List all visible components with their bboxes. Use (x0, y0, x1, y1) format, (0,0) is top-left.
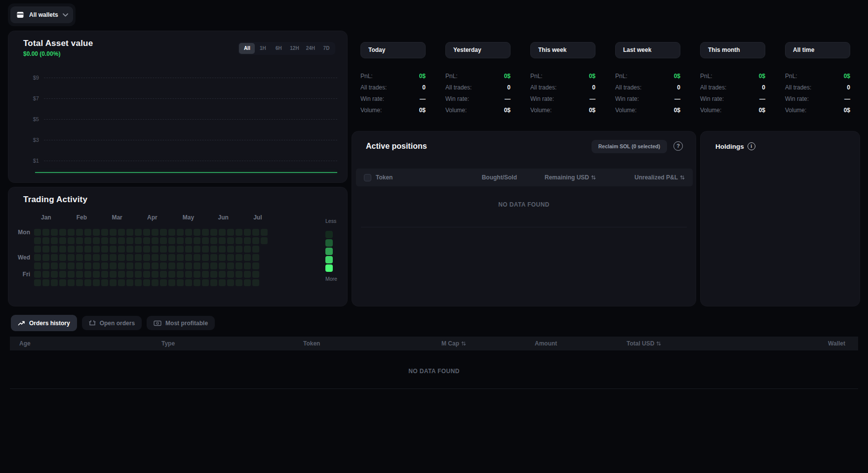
stat-period-button[interactable]: Today (360, 42, 426, 58)
activity-cell (185, 271, 192, 278)
stat-value: 0$ (674, 73, 680, 80)
stat-rows: PnL:0$All trades:0Win rate:—Volume:0$ (615, 70, 680, 116)
activity-cell (202, 237, 209, 244)
legend-swatch-0 (325, 231, 333, 238)
tab-most-profitable[interactable]: Most profitable (147, 316, 215, 330)
stat-label: Volume: (445, 107, 467, 114)
activity-cell (135, 254, 142, 261)
wallet-selector-container: All wallets (8, 3, 76, 26)
asset-chart-line (35, 172, 337, 173)
trading-activity-card: Trading Activity JanFebMarAprMayJunJul M… (8, 187, 348, 306)
stat-value: — (505, 95, 511, 102)
activity-cell (227, 237, 234, 244)
stat-row: PnL:0$ (785, 70, 850, 82)
activity-heatmap-grid (34, 229, 268, 286)
heatmap-legend: Less More (325, 218, 345, 282)
stat-label: PnL: (700, 73, 712, 80)
stat-label: All trades: (615, 84, 641, 91)
info-icon[interactable]: i (748, 142, 755, 150)
stat-row: Win rate:— (700, 93, 765, 104)
stat-value: 0$ (504, 73, 511, 80)
positions-column-unrealized-p-l[interactable]: Unrealized P&L (596, 174, 685, 181)
activity-cell (93, 246, 100, 253)
stat-period-button[interactable]: This week (530, 42, 595, 58)
activity-cell (76, 271, 83, 278)
stat-value: — (420, 95, 426, 102)
tab-open-orders[interactable]: Open orders (82, 316, 142, 330)
stat-row: PnL:0$ (445, 70, 511, 82)
tab-label: Open orders (100, 320, 135, 327)
activity-cell (118, 271, 125, 278)
stat-row: Volume:0$ (700, 104, 765, 116)
activity-cell (110, 279, 117, 286)
stat-period-button[interactable]: Last week (615, 42, 680, 58)
help-icon[interactable]: ? (673, 141, 683, 151)
activity-cell (93, 237, 100, 244)
orders-empty-text: NO DATA FOUND (408, 368, 460, 375)
stat-period-button[interactable]: This month (700, 42, 765, 58)
activity-cell (51, 237, 58, 244)
activity-cell (236, 237, 242, 244)
activity-cell (84, 229, 91, 236)
activity-cell (34, 262, 41, 269)
stat-row: Volume:0$ (785, 104, 850, 116)
stat-value: 0 (847, 84, 850, 91)
activity-cell (152, 246, 158, 253)
tab-orders-history[interactable]: Orders history (11, 315, 77, 331)
activity-cell (101, 237, 108, 244)
stat-row: All trades:0 (700, 82, 765, 93)
stat-label: Win rate: (700, 95, 724, 102)
stat-period-button[interactable]: Yesterday (445, 42, 511, 58)
banknote-icon (154, 320, 161, 326)
activity-cell (252, 279, 259, 286)
activity-cell (51, 279, 58, 286)
stat-label: Volume: (700, 107, 721, 114)
trading-activity-title: Trading Activity (23, 195, 87, 205)
stat-value: 0 (507, 84, 511, 91)
activity-cell (185, 229, 192, 236)
stat-label: All trades: (700, 84, 726, 91)
activity-cell (34, 229, 41, 236)
select-all-checkbox[interactable] (364, 174, 371, 181)
activity-cell (118, 262, 125, 269)
positions-column-remaining-usd[interactable]: Remaining USD (517, 174, 596, 181)
y-axis-tick: $1 (22, 158, 39, 164)
chart-gridline-row: $7 (22, 95, 337, 101)
stat-label: Win rate: (360, 95, 384, 102)
activity-cell (51, 271, 58, 278)
activity-cell (68, 246, 75, 253)
stat-row: Win rate:— (615, 93, 680, 104)
open-box-icon (89, 320, 96, 326)
stat-label: PnL: (615, 73, 628, 80)
stat-row: All trades:0 (360, 82, 426, 93)
legend-swatch-4 (325, 264, 333, 272)
wallet-selector-label: All wallets (29, 11, 63, 18)
activity-cell (152, 279, 158, 286)
activity-cell (84, 271, 91, 278)
activity-cell (34, 237, 41, 244)
trading-dashboard-page: All wallets Total Asset value $0.00 (0.0… (0, 0, 868, 473)
positions-column-token: Token (376, 174, 448, 181)
activity-cell (244, 279, 251, 286)
activity-cell (59, 229, 66, 236)
stat-period-button[interactable]: All time (785, 42, 850, 58)
orders-column-m-cap[interactable]: M Cap (441, 337, 466, 350)
select-all-cell (356, 174, 376, 181)
orders-column-total-usd[interactable]: Total USD (627, 337, 661, 350)
total-asset-card: Total Asset value $0.00 (0.00%) All1H6H1… (8, 31, 348, 183)
activity-cell (185, 246, 192, 253)
activity-cell (202, 254, 209, 261)
activity-cell (160, 279, 167, 286)
activity-cell (76, 237, 83, 244)
activity-cell (42, 262, 49, 269)
activity-cell (202, 229, 209, 236)
orders-tabs: Orders historyOpen ordersMost profitable (11, 315, 215, 331)
stat-label: Volume: (615, 107, 636, 114)
activity-cell (152, 271, 158, 278)
activity-cell (252, 246, 259, 253)
activity-cell (51, 229, 58, 236)
positions-empty-state: NO DATA FOUND (352, 200, 696, 209)
wallet-selector[interactable]: All wallets (10, 6, 73, 23)
reclaim-sol-button[interactable]: Reclaim SOL (0 selected) (592, 140, 667, 153)
chart-gridline-row: $1 (22, 158, 337, 164)
